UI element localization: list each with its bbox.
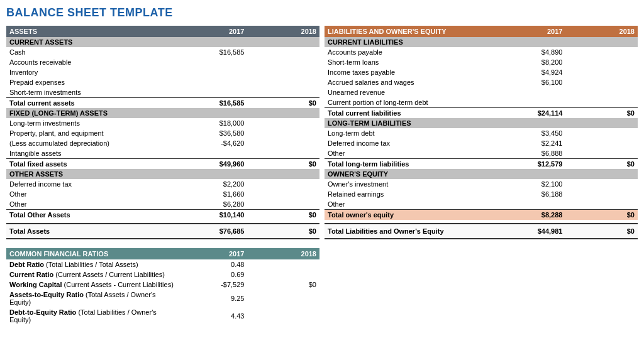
owners-equity-header: OWNER'S EQUITY: [325, 169, 638, 179]
current-liabilities-total: Total current liabilities $24,114 $0: [325, 108, 638, 119]
other-assets-total: Total Other Assets $10,140 $0: [6, 210, 319, 220]
total-assets-row: Total Assets $76,685 $0: [6, 224, 319, 239]
table-row: Retained earnings $6,188: [325, 189, 638, 199]
table-row: Debt Ratio (Total Liabilities / Total As…: [6, 259, 319, 269]
liabilities-header-row: LIABILITIES AND OWNER'S EQUITY 2017 2018: [325, 26, 638, 37]
table-row: Accounts receivable: [6, 57, 319, 67]
assets-table: ASSETS 2017 2018 CURRENT ASSETS Cash $16…: [6, 26, 319, 239]
table-row: Other $1,660: [6, 189, 319, 199]
table-row: Accrued salaries and wages $6,100: [325, 77, 638, 87]
table-row: (Less accumulated depreciation) -$4,620: [6, 138, 319, 148]
ratio-bold-2: Working Capital: [9, 281, 62, 288]
assets-year1-header: 2017: [179, 26, 248, 37]
liabilities-year1-header: 2017: [497, 26, 566, 37]
table-row: Current Ratio (Current Assets / Current …: [6, 269, 319, 280]
fixed-assets-header: FIXED (LONG-TERM) ASSETS: [6, 108, 319, 118]
ratios-header-row: COMMON FINANCIAL RATIOS 2017 2018: [6, 248, 319, 259]
table-row: Property, plant, and equipment $36,580: [6, 128, 319, 138]
table-row: Income taxes payable $4,924: [325, 67, 638, 77]
table-row: Current portion of long-term debt: [325, 97, 638, 108]
table-row: Other: [325, 199, 638, 210]
table-row: Short-term investments: [6, 87, 319, 98]
assets-header-label: ASSETS: [6, 26, 179, 37]
ratio-bold-3: Assets-to-Equity Ratio: [9, 291, 84, 298]
table-row: Long-term debt $3,450: [325, 128, 638, 138]
owners-equity-total: Total owner's equity $8,288 $0: [325, 210, 638, 220]
ratios-section: COMMON FINANCIAL RATIOS 2017 2018 Debt R…: [6, 248, 319, 325]
fixed-assets-total: Total fixed assets $49,960 $0: [6, 159, 319, 170]
ratios-header-label: COMMON FINANCIAL RATIOS: [6, 248, 179, 259]
assets-header-row: ASSETS 2017 2018: [6, 26, 319, 37]
table-row: Long-term investments $18,000: [6, 118, 319, 128]
ratios-year2-header: 2018: [247, 248, 319, 259]
assets-year2-header: 2018: [247, 26, 319, 37]
table-row: Short-term loans $8,200: [325, 57, 638, 67]
ratio-normal-0: (Total Liabilities / Total Assets): [44, 261, 138, 268]
table-row: Deferred income tax $2,200: [6, 179, 319, 189]
table-row: Owner's investment $2,100: [325, 179, 638, 189]
table-row: Assets-to-Equity Ratio (Total Assets / O…: [6, 290, 319, 307]
current-assets-total: Total current assets $16,585 $0: [6, 98, 319, 109]
table-row: Other $6,888: [325, 148, 638, 159]
ratio-normal-1: (Current Assets / Current Liabilities): [53, 271, 165, 278]
current-liabilities-header: CURRENT LIABILITIES: [325, 37, 638, 47]
longterm-liabilities-total: Total long-term liabilities $12,579 $0: [325, 159, 638, 170]
other-assets-header: OTHER ASSETS: [6, 169, 319, 179]
liabilities-year2-header: 2018: [565, 26, 638, 37]
current-assets-header: CURRENT ASSETS: [6, 37, 319, 47]
liabilities-table: LIABILITIES AND OWNER'S EQUITY 2017 2018…: [325, 26, 638, 239]
assets-panel: ASSETS 2017 2018 CURRENT ASSETS Cash $16…: [6, 26, 319, 325]
ratio-bold-0: Debt Ratio: [9, 261, 44, 268]
ratios-year1-header: 2017: [179, 248, 248, 259]
table-row: Cash $16,585: [6, 47, 319, 57]
table-row: Prepaid expenses: [6, 77, 319, 87]
table-row: Accounts payable $4,890: [325, 47, 638, 57]
liabilities-header-label: LIABILITIES AND OWNER'S EQUITY: [325, 26, 497, 37]
table-row: Other $6,280: [6, 199, 319, 210]
ratio-bold-4: Debt-to-Equity Ratio: [9, 308, 76, 316]
ratios-table: COMMON FINANCIAL RATIOS 2017 2018 Debt R…: [6, 248, 319, 325]
table-row: Working Capital (Current Assets - Curren…: [6, 280, 319, 290]
liabilities-panel: LIABILITIES AND OWNER'S EQUITY 2017 2018…: [325, 26, 638, 325]
table-row: Intangible assets: [6, 148, 319, 159]
page-title: BALANCE SHEET TEMPLATE: [6, 6, 638, 19]
longterm-liabilities-header: LONG-TERM LIABILITIES: [325, 118, 638, 128]
ratio-bold-1: Current Ratio: [9, 271, 53, 278]
table-row: Deferred income tax $2,241: [325, 138, 638, 148]
ratio-normal-2: (Current Assets - Current Liabilities): [62, 281, 174, 288]
table-row: Debt-to-Equity Ratio (Total Liabilities …: [6, 307, 319, 325]
table-row: Unearned revenue: [325, 87, 638, 97]
total-liabilities-row: Total Liabilities and Owner's Equity $44…: [325, 224, 638, 239]
table-row: Inventory: [6, 67, 319, 77]
